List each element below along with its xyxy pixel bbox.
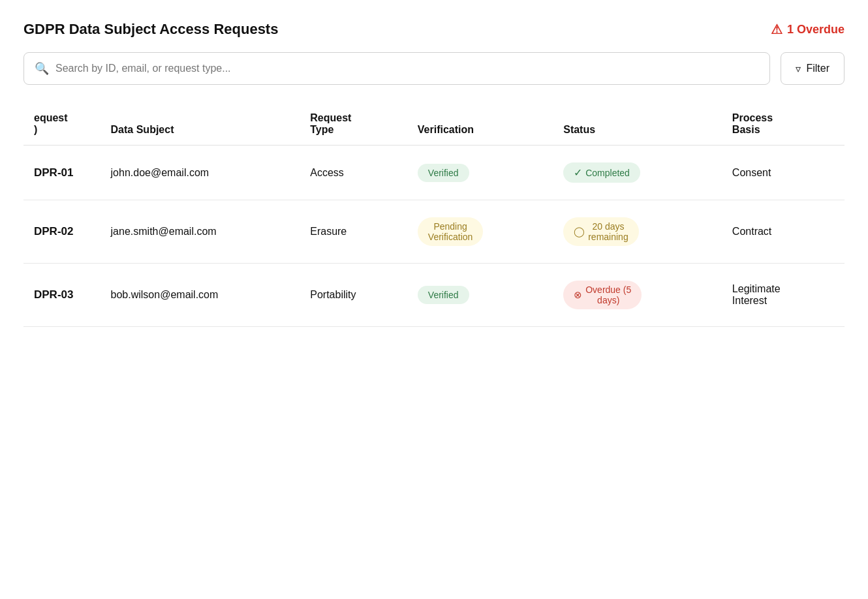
cell-type: Access (300, 146, 407, 200)
cell-process: Consent (722, 146, 845, 200)
cell-process: LegitimateInterest (722, 264, 845, 327)
col-header-type: RequestType (300, 104, 407, 146)
search-input[interactable] (55, 63, 759, 74)
overdue-x-icon: ⊗ (574, 289, 582, 301)
cell-subject: bob.wilson@email.com (101, 264, 300, 327)
cell-id: DPR-01 (23, 146, 101, 200)
overdue-icon: ⚠ (771, 22, 783, 37)
status-badge: ✓ Completed (563, 162, 640, 183)
cell-id: DPR-02 (23, 200, 101, 264)
verification-badge: PendingVerification (418, 217, 483, 246)
cell-status: ✓ Completed (553, 146, 722, 200)
overdue-indicator: ⚠ 1 Overdue (771, 22, 845, 37)
search-filter-row: 🔍 ▿ Filter (23, 52, 845, 85)
search-box: 🔍 (23, 52, 770, 85)
cell-type: Portability (300, 264, 407, 327)
col-header-id: equest) (23, 104, 101, 146)
cell-process: Contract (722, 200, 845, 264)
table-row[interactable]: DPR-02jane.smith@email.comErasurePending… (23, 200, 845, 264)
cell-verification: PendingVerification (407, 200, 553, 264)
search-icon: 🔍 (35, 61, 49, 76)
cell-subject: jane.smith@email.com (101, 200, 300, 264)
cell-verification: Verified (407, 264, 553, 327)
cell-type: Erasure (300, 200, 407, 264)
cell-subject: john.doe@email.com (101, 146, 300, 200)
table-row[interactable]: DPR-01john.doe@email.comAccessVerified✓ … (23, 146, 845, 200)
status-badge: ⊗ Overdue (5days) (563, 281, 642, 309)
col-header-subject: Data Subject (101, 104, 300, 146)
page-title: GDPR Data Subject Access Requests (23, 21, 278, 38)
col-header-status: Status (553, 104, 722, 146)
requests-table: equest) Data Subject RequestType Verific… (23, 104, 845, 327)
cell-verification: Verified (407, 146, 553, 200)
overdue-label: 1 Overdue (787, 23, 845, 37)
filter-label: Filter (806, 63, 829, 74)
cell-id: DPR-03 (23, 264, 101, 327)
col-header-verification: Verification (407, 104, 553, 146)
table-row[interactable]: DPR-03bob.wilson@email.comPortabilityVer… (23, 264, 845, 327)
verification-badge: Verified (418, 286, 469, 304)
verification-badge: Verified (418, 164, 469, 182)
status-badge: ◯ 20 daysremaining (563, 217, 638, 246)
filter-button[interactable]: ▿ Filter (781, 52, 845, 85)
cell-status: ⊗ Overdue (5days) (553, 264, 722, 327)
completed-icon: ✓ (574, 166, 582, 179)
clock-icon: ◯ (574, 226, 585, 238)
cell-status: ◯ 20 daysremaining (553, 200, 722, 264)
filter-icon: ▿ (796, 63, 801, 75)
col-header-process: ProcessBasis (722, 104, 845, 146)
